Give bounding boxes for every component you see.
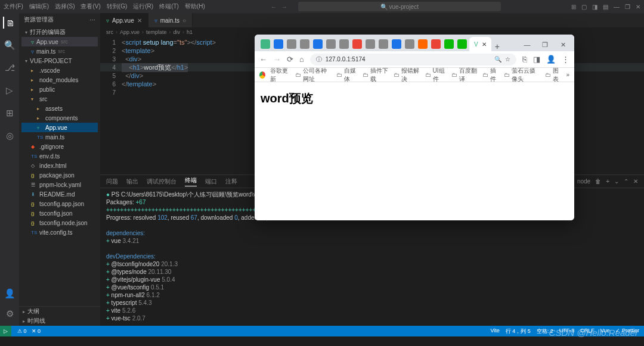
extension-icon[interactable]: [457, 39, 467, 49]
file-item[interactable]: ◆.gitignore: [21, 142, 98, 151]
extension-icon[interactable]: [444, 39, 454, 49]
file-item[interactable]: TSmain.ts: [21, 132, 98, 142]
more-icon[interactable]: ⋯: [89, 17, 95, 23]
maximize-panel-icon[interactable]: ⌃: [624, 178, 628, 185]
breadcrumb-item[interactable]: div: [174, 29, 181, 35]
extension-icon[interactable]: [300, 39, 309, 49]
browser-home-icon[interactable]: ⌂: [299, 55, 304, 64]
bookmark-item[interactable]: 🗀百度翻译: [451, 67, 478, 83]
browser-close-icon[interactable]: ✕: [554, 38, 572, 51]
extension-icon[interactable]: [313, 39, 323, 49]
chrome-icon[interactable]: [259, 71, 265, 79]
open-editors-header[interactable]: ▾打开的编辑器: [21, 27, 98, 37]
tab-close-icon[interactable]: ✕: [137, 17, 142, 24]
extension-icon[interactable]: [418, 39, 428, 49]
breadcrumb-item[interactable]: src: [106, 29, 113, 35]
breadcrumb-item[interactable]: App.vue: [120, 29, 140, 35]
menu-item[interactable]: 运行(R): [133, 2, 153, 11]
browser-fwd-icon[interactable]: →: [273, 55, 281, 64]
maximize-icon[interactable]: ❐: [625, 4, 630, 10]
tab-close-icon[interactable]: ✕: [482, 41, 487, 48]
layout-icon[interactable]: ⊞: [571, 4, 576, 10]
browser-back-icon[interactable]: ←: [259, 55, 267, 64]
status-item[interactable]: ✕ 0: [32, 328, 41, 334]
info-icon[interactable]: ⓘ: [316, 55, 322, 64]
test-icon[interactable]: ◎: [4, 130, 16, 142]
browser-reload-icon[interactable]: ⟳: [287, 55, 293, 64]
panel-tab[interactable]: 注释: [225, 177, 237, 186]
nav-fwd-icon[interactable]: →: [281, 4, 287, 10]
panel-tab[interactable]: 终端: [185, 176, 197, 186]
panel-tab[interactable]: 调试控制台: [147, 177, 177, 186]
extension-icon[interactable]: [431, 39, 441, 49]
project-header[interactable]: ▾VUE-PROJECT: [21, 56, 98, 66]
remote-launch[interactable]: ▷: [0, 326, 11, 336]
bookmark-item[interactable]: 🗀插件: [482, 67, 499, 83]
panel-tab[interactable]: 端口: [205, 177, 217, 186]
file-item[interactable]: TSvite.config.ts: [21, 227, 98, 237]
bookmark-item[interactable]: 谷歌更新: [270, 67, 290, 83]
extension-icon[interactable]: [392, 39, 401, 49]
trash-icon[interactable]: 🗑: [595, 178, 601, 185]
editor-tab[interactable]: ▿main.ts○: [148, 13, 193, 27]
bookmark-item[interactable]: 🗀萤石云摄像头: [504, 67, 540, 83]
breadcrumb-item[interactable]: h1: [187, 29, 193, 35]
browser-maximize-icon[interactable]: ❐: [536, 38, 554, 51]
file-item[interactable]: {}tsconfig.node.json: [21, 218, 98, 227]
command-center[interactable]: 🔍 vue-project: [298, 2, 501, 11]
file-item[interactable]: {}tsconfig.json: [21, 208, 98, 218]
install-icon[interactable]: ⎘: [522, 55, 527, 64]
file-item[interactable]: ◇index.html: [21, 161, 98, 170]
close-icon[interactable]: ✕: [636, 4, 640, 10]
extension-icon[interactable]: [352, 39, 362, 49]
open-editor-item[interactable]: ▿App.vue src: [21, 37, 98, 46]
open-editor-item[interactable]: ▿main.ts src: [21, 46, 98, 56]
search-icon[interactable]: 🔍: [4, 39, 16, 51]
zoom-icon[interactable]: 🔍: [494, 56, 501, 63]
close-panel-icon[interactable]: ✕: [633, 178, 638, 185]
new-tab-icon[interactable]: +: [495, 42, 500, 51]
file-item[interactable]: {}package.json: [21, 170, 98, 180]
panel-icon[interactable]: ▢: [581, 4, 587, 10]
file-item[interactable]: ☰pnpm-lock.yaml: [21, 180, 98, 189]
scm-icon[interactable]: ⎇: [4, 62, 16, 74]
file-item[interactable]: ▿App.vue: [21, 123, 98, 132]
status-item[interactable]: Vite: [490, 328, 499, 335]
menu-item[interactable]: 转到(G): [107, 2, 127, 11]
minimize-icon[interactable]: —: [614, 4, 620, 10]
extension-icon[interactable]: [339, 39, 349, 49]
bookmarks-overflow-icon[interactable]: »: [566, 71, 569, 78]
nav-back-icon[interactable]: ←: [271, 4, 277, 10]
extension-icon[interactable]: [261, 39, 270, 49]
status-item[interactable]: ⚠ 0: [17, 328, 27, 334]
bookmark-item[interactable]: 🗀插件下载: [363, 67, 389, 83]
sidebar-icon[interactable]: ◨: [592, 4, 597, 10]
timeline-section[interactable]: ▸时间线: [19, 316, 100, 326]
profile-icon[interactable]: 👤: [546, 55, 556, 64]
status-item[interactable]: 行 4，列 5: [506, 328, 531, 335]
bookmark-item[interactable]: 🗀自媒体: [336, 67, 358, 83]
star-icon[interactable]: ☆: [505, 56, 510, 63]
menu-item[interactable]: 帮助(H): [185, 2, 205, 11]
bookmark-item[interactable]: 🗀图表: [545, 67, 562, 83]
folder-item[interactable]: ▸assets: [21, 104, 98, 113]
menu-item[interactable]: 选择(S): [55, 2, 75, 11]
panel-tab[interactable]: 输出: [126, 177, 138, 186]
panel-tab[interactable]: 问题: [106, 177, 118, 186]
folder-item[interactable]: ▸node_modules: [21, 75, 98, 85]
browser-tab[interactable]: V ✕: [469, 37, 491, 51]
browser-minimize-icon[interactable]: —: [518, 38, 536, 51]
file-item[interactable]: TSenv.d.ts: [21, 151, 98, 161]
url-bar[interactable]: ⓘ 127.0.0.1:5174 🔍 ☆: [310, 54, 516, 66]
extension-icon[interactable]: [379, 39, 388, 49]
shell-label[interactable]: node: [577, 178, 590, 185]
reader-icon[interactable]: ◨: [533, 55, 540, 64]
extension-icon[interactable]: [405, 39, 414, 49]
menu-item[interactable]: 文件(F): [4, 2, 23, 11]
settings-icon[interactable]: ⚙: [4, 308, 16, 320]
file-item[interactable]: ⬇README.md: [21, 189, 98, 199]
menu-item[interactable]: 查看(V): [80, 2, 100, 11]
folder-item[interactable]: ▾src: [21, 94, 98, 104]
tab-close-icon[interactable]: ○: [182, 17, 186, 24]
menu-item[interactable]: 编辑(E): [29, 2, 49, 11]
